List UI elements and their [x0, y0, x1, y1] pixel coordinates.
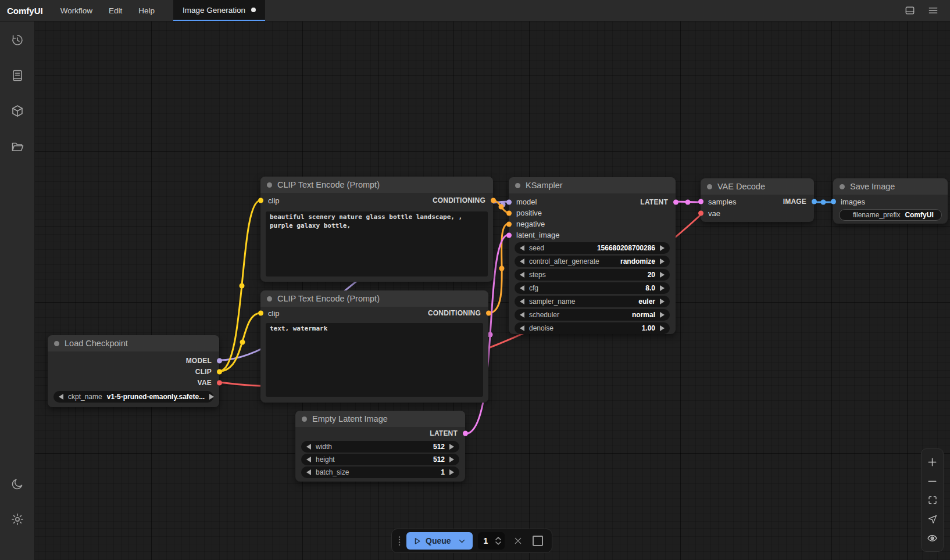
stepper-up-icon[interactable]: [495, 537, 501, 540]
select-mode-button[interactable]: [924, 511, 941, 527]
increment-arrow-icon[interactable]: [660, 299, 665, 304]
zoom-in-button[interactable]: [924, 454, 941, 470]
output-slot-latent[interactable]: [673, 199, 678, 204]
sidebar-queue-history-button[interactable]: [6, 28, 29, 52]
increment-arrow-icon[interactable]: [660, 272, 665, 278]
decrement-arrow-icon[interactable]: [306, 457, 311, 462]
node-title-bar[interactable]: Empty Latent Image: [295, 411, 465, 427]
node-title-bar[interactable]: Load Checkpoint: [48, 335, 219, 351]
increment-arrow-icon[interactable]: [660, 245, 665, 251]
decrement-arrow-icon[interactable]: [520, 245, 524, 251]
node-ksampler[interactable]: KSampler model LATENT positive negative …: [509, 177, 676, 334]
batch-size-widget[interactable]: batch_size 1: [301, 466, 459, 478]
decrement-arrow-icon[interactable]: [59, 394, 63, 400]
cfg-widget[interactable]: cfg 8.0: [515, 282, 670, 294]
decrement-arrow-icon[interactable]: [520, 285, 524, 291]
input-slot-negative[interactable]: [506, 221, 512, 227]
clear-queue-button[interactable]: [513, 536, 523, 545]
increment-arrow-icon[interactable]: [660, 259, 665, 264]
node-clip-text-encode-negative[interactable]: CLIP Text Encode (Prompt) clip CONDITION…: [260, 290, 488, 403]
sidebar-node-library-button[interactable]: [6, 64, 29, 87]
node-title-bar[interactable]: Save Image: [833, 178, 948, 195]
steps-widget[interactable]: steps 20: [515, 269, 670, 281]
denoise-widget[interactable]: denoise 1.00: [515, 322, 670, 334]
input-slot-latent-image[interactable]: [506, 232, 512, 238]
increment-arrow-icon[interactable]: [449, 444, 454, 450]
filename-prefix-widget[interactable]: filename_prefix ComfyUI: [839, 209, 942, 221]
collapse-dot-icon[interactable]: [840, 184, 845, 189]
increment-arrow-icon[interactable]: [660, 312, 665, 318]
toggle-link-visibility-button[interactable]: [924, 530, 941, 547]
node-save-image[interactable]: Save Image images filename_prefix ComfyU…: [833, 178, 948, 224]
height-widget[interactable]: height 512: [301, 454, 459, 465]
node-title-bar[interactable]: CLIP Text Encode (Prompt): [260, 290, 488, 307]
bottom-panel-toggle-button[interactable]: [900, 2, 920, 19]
collapse-dot-icon[interactable]: [267, 296, 272, 301]
node-vae-decode[interactable]: VAE Decode samples IMAGE vae: [701, 178, 814, 222]
link-dot[interactable]: [685, 200, 691, 205]
decrement-arrow-icon[interactable]: [520, 312, 524, 318]
link-dot[interactable]: [240, 283, 245, 289]
seed-widget[interactable]: seed 156680208700286: [515, 242, 670, 254]
output-slot-conditioning[interactable]: [486, 311, 491, 316]
decrement-arrow-icon[interactable]: [520, 272, 524, 278]
scheduler-widget[interactable]: scheduler normal: [515, 309, 670, 321]
stepper-down-icon[interactable]: [495, 541, 501, 545]
collapse-dot-icon[interactable]: [707, 184, 712, 189]
batch-count-input[interactable]: 1: [478, 532, 505, 550]
increment-arrow-icon[interactable]: [449, 469, 454, 475]
workflow-tab[interactable]: Image Generation: [173, 0, 265, 21]
menu-edit[interactable]: Edit: [101, 0, 130, 21]
sidebar-model-library-button[interactable]: [6, 99, 29, 123]
decrement-arrow-icon[interactable]: [520, 325, 524, 331]
output-slot-conditioning[interactable]: [491, 198, 496, 203]
collapse-dot-icon[interactable]: [515, 183, 520, 188]
settings-button[interactable]: [6, 508, 29, 531]
link-dot[interactable]: [821, 200, 826, 205]
link-dot[interactable]: [499, 204, 504, 210]
queue-button[interactable]: Queue: [406, 532, 473, 550]
width-widget[interactable]: width 512: [301, 441, 459, 453]
output-slot-clip[interactable]: [217, 369, 222, 374]
increment-arrow-icon[interactable]: [660, 285, 665, 291]
output-slot-latent[interactable]: [463, 431, 468, 436]
graph-canvas[interactable]: Load Checkpoint MODEL CLIP VAE ckpt_name…: [0, 0, 950, 560]
output-slot-model[interactable]: [217, 358, 222, 363]
zoom-out-button[interactable]: [924, 473, 941, 489]
node-load-checkpoint[interactable]: Load Checkpoint MODEL CLIP VAE ckpt_name…: [48, 335, 219, 407]
sidebar-workflows-button[interactable]: [6, 135, 29, 158]
ckpt-name-widget[interactable]: ckpt_name v1-5-pruned-emaonly.safete...: [53, 391, 213, 403]
prompt-textarea[interactable]: text, watermark: [266, 323, 483, 397]
decrement-arrow-icon[interactable]: [306, 444, 311, 450]
output-slot-image[interactable]: [812, 199, 817, 204]
decrement-arrow-icon[interactable]: [306, 469, 311, 475]
link-dot[interactable]: [499, 266, 505, 271]
decrement-arrow-icon[interactable]: [520, 299, 524, 304]
node-title-bar[interactable]: CLIP Text Encode (Prompt): [260, 177, 493, 193]
decrement-arrow-icon[interactable]: [520, 259, 524, 264]
node-clip-text-encode-positive[interactable]: CLIP Text Encode (Prompt) clip CONDITION…: [260, 177, 493, 282]
collapse-dot-icon[interactable]: [54, 341, 59, 346]
input-slot-clip[interactable]: [258, 311, 263, 316]
control-after-generate-widget[interactable]: control_after_generate randomize: [515, 256, 670, 267]
output-slot-vae[interactable]: [217, 380, 222, 385]
input-slot-clip[interactable]: [258, 198, 263, 203]
fit-view-button[interactable]: [924, 492, 941, 508]
theme-toggle-button[interactable]: [6, 472, 29, 496]
menu-help[interactable]: Help: [130, 0, 163, 21]
input-slot-images[interactable]: [831, 199, 836, 204]
node-empty-latent-image[interactable]: Empty Latent Image LATENT width 512 heig…: [295, 411, 465, 482]
stop-button[interactable]: [533, 536, 543, 546]
input-slot-vae[interactable]: [698, 211, 703, 216]
prompt-textarea[interactable]: beautiful scenery nature glass bottle la…: [266, 211, 488, 277]
menu-workflow[interactable]: Workflow: [52, 0, 101, 21]
input-slot-positive[interactable]: [506, 210, 512, 216]
collapse-dot-icon[interactable]: [302, 417, 307, 422]
increment-arrow-icon[interactable]: [660, 325, 665, 331]
sampler-name-widget[interactable]: sampler_name euler: [515, 296, 670, 307]
input-slot-model[interactable]: [506, 199, 512, 204]
queue-drag-handle[interactable]: [398, 536, 401, 546]
node-title-bar[interactable]: KSampler: [509, 177, 676, 193]
link-dot[interactable]: [240, 340, 245, 345]
node-title-bar[interactable]: VAE Decode: [701, 178, 814, 195]
